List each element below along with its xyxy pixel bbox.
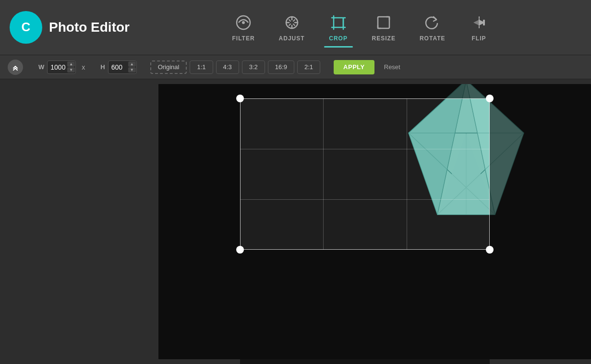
svg-rect-7 [483, 20, 485, 25]
crop-handle-bottom-right[interactable] [486, 246, 494, 254]
adjust-label: ADJUST [279, 35, 305, 42]
resize-label: RESIZE [372, 35, 396, 42]
grid-horizontal-1 [240, 149, 490, 149]
rotate-icon [423, 13, 442, 32]
grid-vertical-2 [407, 98, 407, 250]
ratio-original-button[interactable]: Original [150, 61, 187, 74]
crop-handle-top-right[interactable] [486, 95, 494, 102]
tool-filter[interactable]: FILTER [222, 9, 264, 46]
crop-handle-top-left[interactable] [236, 95, 244, 102]
height-group: H ▲ ▼ [100, 61, 136, 74]
width-stepper: ▲ ▼ [67, 61, 75, 73]
rotate-label: ROTATE [420, 35, 446, 42]
tool-adjust[interactable]: ADJUST [269, 9, 314, 46]
crop-label: CROP [329, 35, 348, 42]
collapse-button[interactable] [8, 60, 23, 75]
height-up-arrow[interactable]: ▲ [128, 61, 136, 67]
flip-label: FLIP [472, 35, 486, 42]
crop-box[interactable] [240, 98, 490, 250]
grid-vertical-1 [323, 98, 324, 250]
width-input-wrap: ▲ ▼ [47, 61, 76, 74]
tool-crop[interactable]: CROP [319, 9, 358, 46]
apply-button[interactable]: APPLY [334, 60, 374, 74]
adjust-icon [282, 13, 302, 32]
svg-point-3 [242, 21, 245, 24]
svg-rect-6 [378, 17, 389, 28]
flip-icon [470, 13, 489, 32]
canvas-area [0, 79, 591, 364]
height-label: H [100, 63, 105, 71]
canva-logo[interactable]: C [10, 11, 42, 44]
ratio-4-3-button[interactable]: 4:3 [216, 61, 239, 74]
ratio-16-9-button[interactable]: 16:9 [268, 61, 294, 74]
svg-text:C: C [22, 20, 31, 34]
grid-horizontal-2 [240, 199, 490, 200]
crop-handle-bottom-left[interactable] [236, 246, 244, 254]
ratio-group: Original 1:1 4:3 3:2 16:9 2:1 [150, 61, 320, 74]
ratio-3-2-button[interactable]: 3:2 [242, 61, 265, 74]
width-up-arrow[interactable]: ▲ [67, 61, 75, 67]
main-toolbar: FILTER ADJUST CROP [139, 9, 581, 46]
header: C Photo Editor FILTER [0, 0, 591, 55]
reset-button[interactable]: Reset [380, 63, 404, 71]
height-input-wrap: ▲ ▼ [108, 61, 137, 74]
ratio-2-1-button[interactable]: 2:1 [297, 61, 320, 74]
ratio-1-1-button[interactable]: 1:1 [190, 61, 213, 74]
logo-area: C Photo Editor [10, 11, 139, 44]
tool-flip[interactable]: FLIP [460, 9, 498, 46]
width-group: W ▲ ▼ [38, 61, 76, 74]
height-down-arrow[interactable]: ▼ [128, 67, 136, 73]
width-label: W [38, 63, 44, 71]
height-stepper: ▲ ▼ [128, 61, 136, 73]
filter-label: FILTER [232, 35, 254, 42]
crop-border [240, 98, 490, 250]
resize-icon [374, 13, 393, 32]
width-down-arrow[interactable]: ▼ [67, 67, 75, 73]
tool-rotate[interactable]: ROTATE [410, 9, 455, 46]
crop-toolbar: W ▲ ▼ x H ▲ ▼ Original 1:1 4:3 3:2 16:9 … [0, 55, 591, 79]
filter-icon [234, 13, 253, 32]
tool-resize[interactable]: RESIZE [362, 9, 405, 46]
crop-icon [329, 13, 348, 32]
svg-rect-5 [334, 18, 343, 27]
dimension-separator: x [82, 63, 85, 71]
app-title: Photo Editor [49, 20, 130, 35]
